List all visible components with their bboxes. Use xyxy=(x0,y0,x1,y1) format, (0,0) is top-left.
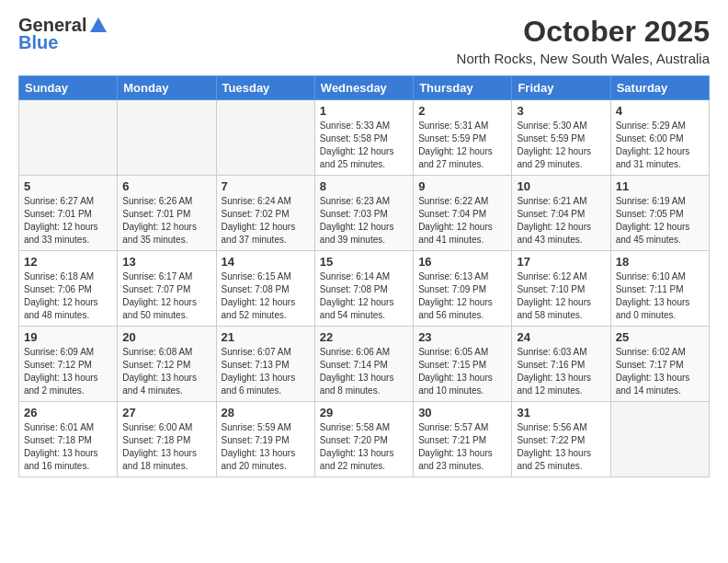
table-row: 2Sunrise: 5:31 AM Sunset: 5:59 PM Daylig… xyxy=(414,100,512,176)
calendar-week-row: 5Sunrise: 6:27 AM Sunset: 7:01 PM Daylig… xyxy=(19,176,710,251)
day-number: 2 xyxy=(418,104,506,118)
table-row: 26Sunrise: 6:01 AM Sunset: 7:18 PM Dayli… xyxy=(19,402,118,477)
table-row: 12Sunrise: 6:18 AM Sunset: 7:06 PM Dayli… xyxy=(19,251,118,327)
day-info: Sunrise: 6:05 AM Sunset: 7:15 PM Dayligh… xyxy=(418,346,506,397)
day-info: Sunrise: 6:19 AM Sunset: 7:05 PM Dayligh… xyxy=(616,195,704,247)
day-number: 10 xyxy=(517,179,605,193)
table-row: 21Sunrise: 6:07 AM Sunset: 7:13 PM Dayli… xyxy=(216,327,314,402)
day-number: 19 xyxy=(24,330,112,344)
table-row: 24Sunrise: 6:03 AM Sunset: 7:16 PM Dayli… xyxy=(512,327,610,402)
table-row: 23Sunrise: 6:05 AM Sunset: 7:15 PM Dayli… xyxy=(414,327,512,402)
day-info: Sunrise: 6:13 AM Sunset: 7:09 PM Dayligh… xyxy=(418,270,506,322)
day-number: 17 xyxy=(517,255,605,269)
table-row: 13Sunrise: 6:17 AM Sunset: 7:07 PM Dayli… xyxy=(118,251,216,327)
calendar-week-row: 26Sunrise: 6:01 AM Sunset: 7:18 PM Dayli… xyxy=(19,402,710,477)
day-number: 22 xyxy=(320,330,408,344)
day-info: Sunrise: 6:07 AM Sunset: 7:13 PM Dayligh… xyxy=(222,346,310,397)
table-row: 25Sunrise: 6:02 AM Sunset: 7:17 PM Dayli… xyxy=(610,327,709,402)
day-number: 18 xyxy=(616,255,704,269)
table-row: 22Sunrise: 6:06 AM Sunset: 7:14 PM Dayli… xyxy=(314,327,413,402)
day-info: Sunrise: 6:01 AM Sunset: 7:18 PM Dayligh… xyxy=(24,421,112,473)
day-info: Sunrise: 6:08 AM Sunset: 7:12 PM Dayligh… xyxy=(122,346,210,397)
day-info: Sunrise: 6:21 AM Sunset: 7:04 PM Dayligh… xyxy=(517,195,605,247)
day-number: 1 xyxy=(320,104,408,118)
day-info: Sunrise: 6:10 AM Sunset: 7:11 PM Dayligh… xyxy=(616,270,704,322)
day-number: 15 xyxy=(320,255,408,269)
table-row: 29Sunrise: 5:58 AM Sunset: 7:20 PM Dayli… xyxy=(314,402,413,477)
table-row xyxy=(19,100,118,176)
logo-blue-text: Blue xyxy=(18,32,58,53)
day-number: 6 xyxy=(122,179,210,193)
table-row xyxy=(118,100,216,176)
day-info: Sunrise: 6:14 AM Sunset: 7:08 PM Dayligh… xyxy=(320,270,408,322)
table-row: 14Sunrise: 6:15 AM Sunset: 7:08 PM Dayli… xyxy=(216,251,314,327)
table-row: 9Sunrise: 6:22 AM Sunset: 7:04 PM Daylig… xyxy=(414,176,512,251)
table-row: 19Sunrise: 6:09 AM Sunset: 7:12 PM Dayli… xyxy=(19,327,118,402)
day-info: Sunrise: 6:03 AM Sunset: 7:16 PM Dayligh… xyxy=(517,346,605,397)
day-number: 16 xyxy=(418,255,506,269)
day-info: Sunrise: 5:33 AM Sunset: 5:58 PM Dayligh… xyxy=(320,120,408,171)
header-saturday: Saturday xyxy=(610,76,709,100)
calendar-week-row: 12Sunrise: 6:18 AM Sunset: 7:06 PM Dayli… xyxy=(19,251,710,327)
day-info: Sunrise: 6:26 AM Sunset: 7:01 PM Dayligh… xyxy=(122,195,210,247)
day-number: 7 xyxy=(222,179,310,193)
table-row xyxy=(610,402,709,477)
day-number: 21 xyxy=(222,330,310,344)
table-row: 16Sunrise: 6:13 AM Sunset: 7:09 PM Dayli… xyxy=(414,251,512,327)
logo-icon xyxy=(88,16,108,36)
day-info: Sunrise: 5:29 AM Sunset: 6:00 PM Dayligh… xyxy=(616,120,704,171)
header-friday: Friday xyxy=(512,76,610,100)
header-wednesday: Wednesday xyxy=(314,76,413,100)
day-number: 26 xyxy=(24,406,112,419)
day-number: 28 xyxy=(222,406,310,419)
day-info: Sunrise: 6:18 AM Sunset: 7:06 PM Dayligh… xyxy=(24,270,112,322)
header: General Blue October 2025 North Rocks, N… xyxy=(18,15,710,66)
table-row: 3Sunrise: 5:30 AM Sunset: 5:59 PM Daylig… xyxy=(512,100,610,176)
day-number: 12 xyxy=(24,255,112,269)
table-row: 6Sunrise: 6:26 AM Sunset: 7:01 PM Daylig… xyxy=(118,176,216,251)
day-number: 3 xyxy=(517,104,605,118)
table-row xyxy=(216,100,314,176)
table-row: 20Sunrise: 6:08 AM Sunset: 7:12 PM Dayli… xyxy=(118,327,216,402)
day-info: Sunrise: 5:56 AM Sunset: 7:22 PM Dayligh… xyxy=(517,421,605,473)
table-row: 17Sunrise: 6:12 AM Sunset: 7:10 PM Dayli… xyxy=(512,251,610,327)
table-row: 31Sunrise: 5:56 AM Sunset: 7:22 PM Dayli… xyxy=(512,402,610,477)
location: North Rocks, New South Wales, Australia xyxy=(457,51,710,66)
day-number: 4 xyxy=(616,104,704,118)
title-section: October 2025 North Rocks, New South Wale… xyxy=(457,15,710,66)
day-number: 8 xyxy=(320,179,408,193)
day-info: Sunrise: 6:02 AM Sunset: 7:17 PM Dayligh… xyxy=(616,346,704,397)
day-number: 14 xyxy=(222,255,310,269)
day-number: 29 xyxy=(320,406,408,419)
day-number: 25 xyxy=(616,330,704,344)
table-row: 5Sunrise: 6:27 AM Sunset: 7:01 PM Daylig… xyxy=(19,176,118,251)
day-number: 13 xyxy=(122,255,210,269)
day-info: Sunrise: 5:59 AM Sunset: 7:19 PM Dayligh… xyxy=(222,421,310,473)
table-row: 10Sunrise: 6:21 AM Sunset: 7:04 PM Dayli… xyxy=(512,176,610,251)
table-row: 30Sunrise: 5:57 AM Sunset: 7:21 PM Dayli… xyxy=(414,402,512,477)
header-tuesday: Tuesday xyxy=(216,76,314,100)
logo: General Blue xyxy=(18,15,108,53)
table-row: 4Sunrise: 5:29 AM Sunset: 6:00 PM Daylig… xyxy=(610,100,709,176)
table-row: 8Sunrise: 6:23 AM Sunset: 7:03 PM Daylig… xyxy=(314,176,413,251)
table-row: 15Sunrise: 6:14 AM Sunset: 7:08 PM Dayli… xyxy=(314,251,413,327)
month-title: October 2025 xyxy=(457,15,710,49)
day-info: Sunrise: 6:06 AM Sunset: 7:14 PM Dayligh… xyxy=(320,346,408,397)
day-info: Sunrise: 6:09 AM Sunset: 7:12 PM Dayligh… xyxy=(24,346,112,397)
day-number: 24 xyxy=(517,330,605,344)
day-number: 30 xyxy=(418,406,506,419)
day-number: 9 xyxy=(418,179,506,193)
calendar-header-row: Sunday Monday Tuesday Wednesday Thursday… xyxy=(19,76,710,100)
table-row: 11Sunrise: 6:19 AM Sunset: 7:05 PM Dayli… xyxy=(610,176,709,251)
day-info: Sunrise: 6:24 AM Sunset: 7:02 PM Dayligh… xyxy=(222,195,310,247)
day-info: Sunrise: 5:30 AM Sunset: 5:59 PM Dayligh… xyxy=(517,120,605,171)
table-row: 7Sunrise: 6:24 AM Sunset: 7:02 PM Daylig… xyxy=(216,176,314,251)
day-number: 23 xyxy=(418,330,506,344)
day-number: 31 xyxy=(517,406,605,419)
day-info: Sunrise: 6:15 AM Sunset: 7:08 PM Dayligh… xyxy=(222,270,310,322)
header-thursday: Thursday xyxy=(414,76,512,100)
day-info: Sunrise: 5:31 AM Sunset: 5:59 PM Dayligh… xyxy=(418,120,506,171)
header-sunday: Sunday xyxy=(19,76,118,100)
day-number: 27 xyxy=(122,406,210,419)
table-row: 18Sunrise: 6:10 AM Sunset: 7:11 PM Dayli… xyxy=(610,251,709,327)
